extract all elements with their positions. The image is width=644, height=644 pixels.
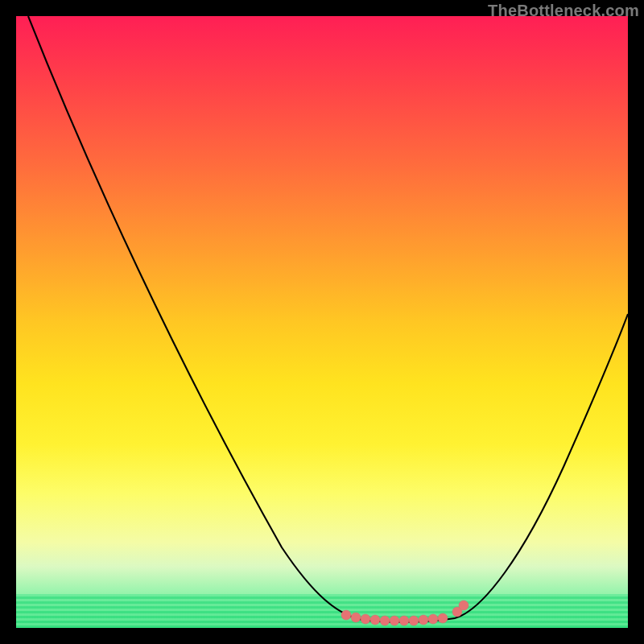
svg-point-7 [409,616,419,625]
svg-point-3 [370,615,380,625]
svg-point-5 [390,616,399,625]
svg-point-6 [399,616,409,625]
svg-point-8 [419,615,428,625]
bottleneck-curve-left [28,16,362,620]
svg-point-9 [428,614,438,624]
plot-area [16,16,628,628]
sweet-spot-markers [341,601,469,625]
svg-point-2 [361,614,370,624]
svg-point-0 [341,610,351,620]
svg-point-1 [351,613,361,622]
svg-point-10 [438,613,448,623]
bottleneck-curve-right [455,314,628,618]
svg-point-12 [459,601,469,610]
chart-frame: TheBottleneck.com [0,0,644,644]
curve-layer [16,16,628,628]
watermark-text: TheBottleneck.com [488,2,639,20]
svg-point-4 [380,616,390,625]
